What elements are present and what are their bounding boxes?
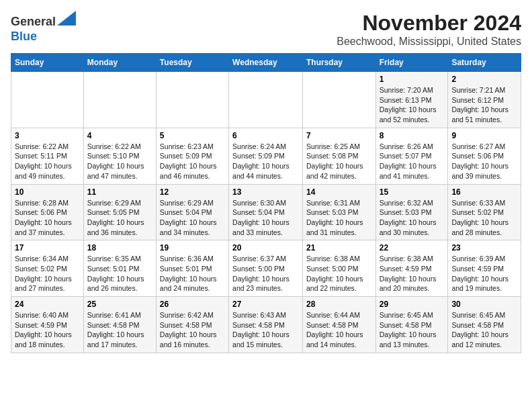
day-cell: 8Sunrise: 6:26 AM Sunset: 5:07 PM Daylig… <box>375 128 448 184</box>
day-cell: 17Sunrise: 6:34 AM Sunset: 5:02 PM Dayli… <box>11 240 84 297</box>
page-title: November 2024 <box>337 11 521 36</box>
day-cell: 6Sunrise: 6:24 AM Sunset: 5:09 PM Daylig… <box>229 128 303 184</box>
day-number: 13 <box>232 187 299 197</box>
day-number: 21 <box>306 243 372 253</box>
page-subtitle: Beechwood, Mississippi, United States <box>337 36 521 48</box>
day-cell: 30Sunrise: 6:45 AM Sunset: 4:58 PM Dayli… <box>448 297 521 353</box>
day-info: Sunrise: 6:37 AM Sunset: 5:00 PM Dayligh… <box>232 254 299 293</box>
day-info: Sunrise: 6:27 AM Sunset: 5:06 PM Dayligh… <box>451 142 517 181</box>
day-cell: 13Sunrise: 6:30 AM Sunset: 5:04 PM Dayli… <box>229 184 303 240</box>
day-number: 17 <box>15 243 80 253</box>
day-number: 4 <box>87 131 152 140</box>
day-number: 23 <box>451 243 517 253</box>
day-number: 29 <box>380 300 445 309</box>
day-info: Sunrise: 6:32 AM Sunset: 5:03 PM Dayligh… <box>380 198 445 238</box>
day-info: Sunrise: 6:35 AM Sunset: 5:01 PM Dayligh… <box>87 254 152 293</box>
header-cell-monday: Monday <box>83 54 156 72</box>
day-info: Sunrise: 6:39 AM Sunset: 4:59 PM Dayligh… <box>451 254 517 293</box>
day-cell <box>83 72 156 128</box>
day-cell: 26Sunrise: 6:42 AM Sunset: 4:58 PM Dayli… <box>156 297 228 353</box>
day-number: 2 <box>451 75 517 84</box>
day-number: 18 <box>87 243 152 253</box>
day-number: 9 <box>451 131 517 140</box>
day-info: Sunrise: 6:45 AM Sunset: 4:58 PM Dayligh… <box>451 310 517 350</box>
day-info: Sunrise: 7:21 AM Sunset: 6:12 PM Dayligh… <box>451 85 517 125</box>
day-cell: 18Sunrise: 6:35 AM Sunset: 5:01 PM Dayli… <box>83 240 156 297</box>
day-cell: 14Sunrise: 6:31 AM Sunset: 5:03 PM Dayli… <box>302 184 375 240</box>
week-row-3: 10Sunrise: 6:28 AM Sunset: 5:06 PM Dayli… <box>11 184 521 240</box>
day-cell: 9Sunrise: 6:27 AM Sunset: 5:06 PM Daylig… <box>448 128 521 184</box>
day-cell: 16Sunrise: 6:33 AM Sunset: 5:02 PM Dayli… <box>448 184 521 240</box>
day-info: Sunrise: 6:34 AM Sunset: 5:02 PM Dayligh… <box>15 254 80 293</box>
day-number: 19 <box>160 243 225 253</box>
day-number: 30 <box>451 300 517 309</box>
day-cell <box>302 72 375 128</box>
day-number: 8 <box>380 131 445 140</box>
day-cell: 12Sunrise: 6:29 AM Sunset: 5:04 PM Dayli… <box>156 184 228 240</box>
day-cell: 27Sunrise: 6:43 AM Sunset: 4:58 PM Dayli… <box>229 297 303 353</box>
day-number: 20 <box>232 243 299 253</box>
day-cell: 5Sunrise: 6:23 AM Sunset: 5:09 PM Daylig… <box>156 128 228 184</box>
day-cell <box>156 72 228 128</box>
day-cell: 25Sunrise: 6:41 AM Sunset: 4:58 PM Dayli… <box>83 297 156 353</box>
day-cell: 20Sunrise: 6:37 AM Sunset: 5:00 PM Dayli… <box>229 240 303 297</box>
day-number: 6 <box>232 131 299 140</box>
day-cell: 21Sunrise: 6:38 AM Sunset: 5:00 PM Dayli… <box>302 240 375 297</box>
day-cell: 11Sunrise: 6:29 AM Sunset: 5:05 PM Dayli… <box>83 184 156 240</box>
day-cell: 29Sunrise: 6:45 AM Sunset: 4:58 PM Dayli… <box>375 297 448 353</box>
week-row-1: 1Sunrise: 7:20 AM Sunset: 6:13 PM Daylig… <box>11 72 521 128</box>
day-number: 5 <box>160 131 225 140</box>
calendar-body: 1Sunrise: 7:20 AM Sunset: 6:13 PM Daylig… <box>11 72 521 353</box>
day-cell <box>11 72 84 128</box>
week-row-2: 3Sunrise: 6:22 AM Sunset: 5:11 PM Daylig… <box>11 128 521 184</box>
day-info: Sunrise: 6:41 AM Sunset: 4:58 PM Dayligh… <box>87 310 152 350</box>
day-info: Sunrise: 6:31 AM Sunset: 5:03 PM Dayligh… <box>306 198 372 238</box>
day-info: Sunrise: 6:25 AM Sunset: 5:08 PM Dayligh… <box>306 142 372 181</box>
day-number: 1 <box>380 75 445 84</box>
day-cell: 28Sunrise: 6:44 AM Sunset: 4:58 PM Dayli… <box>302 297 375 353</box>
day-cell: 19Sunrise: 6:36 AM Sunset: 5:01 PM Dayli… <box>156 240 228 297</box>
day-info: Sunrise: 6:30 AM Sunset: 5:04 PM Dayligh… <box>232 198 299 238</box>
day-info: Sunrise: 6:38 AM Sunset: 5:00 PM Dayligh… <box>306 254 372 293</box>
logo-general: General <box>11 15 56 28</box>
day-number: 10 <box>15 187 80 197</box>
title-area: November 2024 Beechwood, Mississippi, Un… <box>337 11 521 48</box>
day-number: 24 <box>15 300 80 309</box>
header-cell-saturday: Saturday <box>448 54 521 72</box>
day-number: 7 <box>306 131 372 140</box>
day-info: Sunrise: 6:33 AM Sunset: 5:02 PM Dayligh… <box>451 198 517 238</box>
day-info: Sunrise: 6:23 AM Sunset: 5:09 PM Dayligh… <box>160 142 225 181</box>
calendar-table: SundayMondayTuesdayWednesdayThursdayFrid… <box>11 53 521 353</box>
day-cell: 4Sunrise: 6:22 AM Sunset: 5:10 PM Daylig… <box>83 128 156 184</box>
day-number: 27 <box>232 300 299 309</box>
week-row-5: 24Sunrise: 6:40 AM Sunset: 4:59 PM Dayli… <box>11 297 521 353</box>
day-info: Sunrise: 6:40 AM Sunset: 4:59 PM Dayligh… <box>15 310 80 350</box>
day-info: Sunrise: 6:29 AM Sunset: 5:04 PM Dayligh… <box>160 198 225 238</box>
day-info: Sunrise: 6:36 AM Sunset: 5:01 PM Dayligh… <box>160 254 225 293</box>
day-number: 3 <box>15 131 80 140</box>
day-info: Sunrise: 7:20 AM Sunset: 6:13 PM Dayligh… <box>380 85 445 125</box>
day-number: 12 <box>160 187 225 197</box>
week-row-4: 17Sunrise: 6:34 AM Sunset: 5:02 PM Dayli… <box>11 240 521 297</box>
day-info: Sunrise: 6:26 AM Sunset: 5:07 PM Dayligh… <box>380 142 445 181</box>
day-cell: 23Sunrise: 6:39 AM Sunset: 4:59 PM Dayli… <box>448 240 521 297</box>
header-cell-wednesday: Wednesday <box>229 54 303 72</box>
day-number: 14 <box>306 187 372 197</box>
day-info: Sunrise: 6:38 AM Sunset: 4:59 PM Dayligh… <box>380 254 445 293</box>
day-number: 22 <box>380 243 445 253</box>
day-info: Sunrise: 6:29 AM Sunset: 5:05 PM Dayligh… <box>87 198 152 238</box>
day-cell <box>229 72 303 128</box>
day-number: 26 <box>160 300 225 309</box>
day-cell: 2Sunrise: 7:21 AM Sunset: 6:12 PM Daylig… <box>448 72 521 128</box>
header-row: SundayMondayTuesdayWednesdayThursdayFrid… <box>11 54 521 72</box>
day-number: 15 <box>380 187 445 197</box>
header-cell-tuesday: Tuesday <box>156 54 228 72</box>
day-number: 16 <box>451 187 517 197</box>
day-number: 25 <box>87 300 152 309</box>
logo-blue: Blue <box>11 30 37 43</box>
day-info: Sunrise: 6:22 AM Sunset: 5:11 PM Dayligh… <box>15 142 80 181</box>
day-cell: 15Sunrise: 6:32 AM Sunset: 5:03 PM Dayli… <box>375 184 448 240</box>
day-info: Sunrise: 6:43 AM Sunset: 4:58 PM Dayligh… <box>232 310 299 350</box>
day-cell: 10Sunrise: 6:28 AM Sunset: 5:06 PM Dayli… <box>11 184 84 240</box>
day-info: Sunrise: 6:44 AM Sunset: 4:58 PM Dayligh… <box>306 310 372 350</box>
